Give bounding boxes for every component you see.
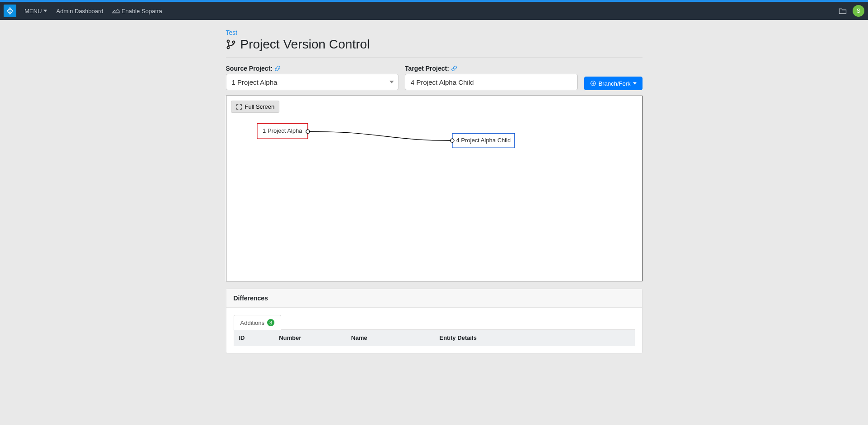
differences-header: Differences (226, 289, 642, 308)
col-entity-details: Entity Details (434, 330, 634, 346)
target-project-value: 4 Project Alpha Child (411, 78, 474, 86)
enable-sopatra-link[interactable]: Enable Sopatra (108, 2, 167, 20)
differences-tabs: Additions 3 (234, 315, 635, 330)
app-logo[interactable] (4, 5, 16, 17)
git-branch-icon (226, 39, 237, 50)
svg-point-8 (450, 139, 454, 142)
folder-button[interactable] (835, 4, 850, 18)
logo-icon (6, 7, 14, 15)
tab-additions[interactable]: Additions 3 (234, 315, 282, 330)
fullscreen-label: Full Screen (245, 103, 275, 110)
svg-point-3 (232, 41, 235, 43)
admin-dashboard-link[interactable]: Admin Dashboard (52, 2, 108, 20)
enable-sopatra-label: Enable Sopatra (121, 8, 162, 14)
differences-card: Differences Additions 3 ID Number Name (226, 289, 643, 354)
caret-down-icon (389, 81, 394, 83)
col-number: Number (273, 330, 345, 346)
svg-point-2 (227, 47, 229, 49)
differences-title: Differences (234, 295, 268, 302)
graph-node-target[interactable]: 4 Project Alpha Child (450, 133, 514, 148)
graph-edge (307, 131, 452, 140)
tab-additions-count: 3 (267, 319, 274, 326)
plus-circle-icon (590, 80, 596, 87)
breadcrumb-parent-link[interactable]: Test (226, 29, 238, 36)
source-project-label-text: Source Project: (226, 65, 273, 72)
col-name: Name (346, 330, 434, 346)
title-divider (226, 57, 643, 58)
graph-panel: Full Screen 1 Project Alpha 4 Project (226, 96, 643, 281)
differences-table: ID Number Name Entity Details (234, 330, 635, 346)
menu-label: MENU (24, 8, 42, 14)
branch-fork-button[interactable]: Branch/Fork (584, 77, 643, 90)
branch-fork-label: Branch/Fork (599, 80, 631, 87)
avatar-initial: S (857, 8, 860, 14)
fullscreen-icon (236, 104, 242, 110)
graph-canvas[interactable]: 1 Project Alpha 4 Project Alpha Child (226, 96, 642, 281)
menu-dropdown[interactable]: MENU (20, 2, 52, 20)
user-avatar[interactable]: S (853, 5, 864, 17)
page-scroll[interactable]: Test Project Version Control Source Proj… (0, 20, 868, 425)
chart-area-icon (112, 8, 120, 14)
target-project-input[interactable]: 4 Project Alpha Child (405, 74, 578, 90)
project-selector-row: Source Project: 1 Project Alpha Target P… (226, 65, 643, 90)
fullscreen-button[interactable]: Full Screen (231, 101, 280, 113)
target-project-label-text: Target Project: (405, 65, 449, 72)
caret-down-icon (43, 9, 47, 13)
caret-down-icon (633, 82, 637, 85)
folder-icon (839, 7, 847, 14)
svg-point-6 (306, 130, 309, 133)
page-title-text: Project Version Control (240, 37, 370, 52)
page-title: Project Version Control (226, 37, 643, 52)
graph-node-source-label: 1 Project Alpha (263, 127, 302, 134)
admin-dashboard-label: Admin Dashboard (56, 8, 103, 14)
tab-additions-label: Additions (240, 319, 264, 326)
graph-node-source[interactable]: 1 Project Alpha (257, 123, 309, 139)
navbar: MENU Admin Dashboard Enable Sopatra S (0, 2, 868, 20)
link-icon[interactable] (274, 65, 281, 72)
source-project-select[interactable]: 1 Project Alpha (226, 74, 399, 90)
svg-point-1 (227, 40, 229, 43)
graph-node-target-label: 4 Project Alpha Child (456, 137, 510, 144)
target-project-label: Target Project: (405, 65, 578, 72)
source-project-label: Source Project: (226, 65, 399, 72)
source-project-value: 1 Project Alpha (232, 78, 278, 86)
link-icon[interactable] (451, 65, 457, 72)
graph-scroll[interactable]: 1 Project Alpha 4 Project Alpha Child (226, 96, 642, 281)
col-id: ID (234, 330, 274, 346)
breadcrumb: Test (226, 29, 643, 36)
